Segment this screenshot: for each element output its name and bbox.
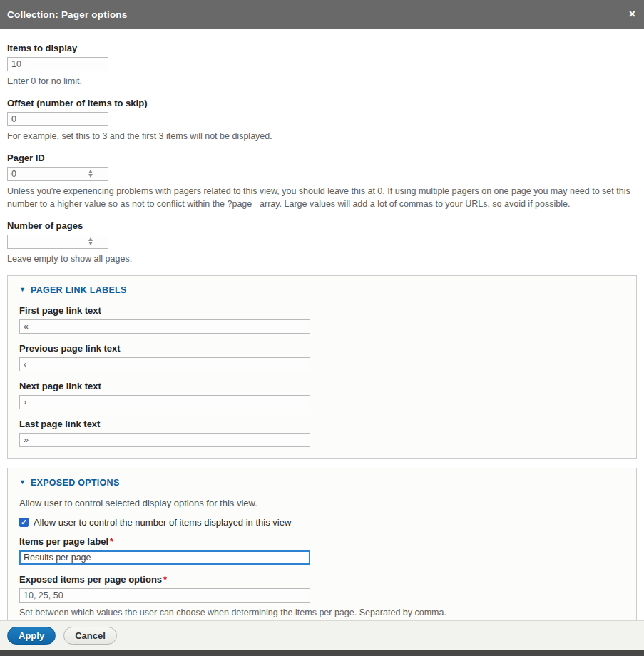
last-page-link-label: Last page link text xyxy=(19,419,625,429)
last-page-link-input[interactable] xyxy=(19,433,310,447)
text-cursor xyxy=(93,553,93,563)
cancel-button[interactable]: Cancel xyxy=(63,627,117,645)
previous-page-link-field: Previous page link text xyxy=(19,343,625,371)
offset-label: Offset (number of items to skip) xyxy=(7,98,637,108)
chevron-down-icon: ▼ xyxy=(19,479,26,486)
next-page-link-input[interactable] xyxy=(19,395,310,409)
first-page-link-field: First page link text xyxy=(19,305,625,334)
exposed-options-fieldset: ▼ EXPOSED OPTIONS Allow user to control … xyxy=(7,468,637,620)
dialog-footer: Apply Cancel xyxy=(0,620,644,650)
previous-page-link-label: Previous page link text xyxy=(19,343,625,354)
items-to-display-input[interactable] xyxy=(7,57,108,71)
number-of-pages-label: Number of pages xyxy=(7,220,637,231)
chevron-down-icon: ▼ xyxy=(19,287,26,293)
control-items-checkbox-row[interactable]: Allow user to control the number of item… xyxy=(19,517,625,528)
items-per-page-options-help: Set between which values the user can ch… xyxy=(19,606,625,620)
close-icon[interactable]: × xyxy=(629,9,635,20)
offset-help: For example, set this to 3 and the first… xyxy=(7,130,635,143)
label-text: Items per page label xyxy=(19,536,108,547)
legend-label: PAGER LINK LABELS xyxy=(31,285,127,295)
dialog-title: Collection: Pager options xyxy=(7,9,128,20)
pager-options-dialog: Collection: Pager options × Items to dis… xyxy=(0,0,644,656)
offset-field: Offset (number of items to skip) For exa… xyxy=(7,98,637,143)
items-per-page-options-label: Exposed items per page options* xyxy=(19,574,625,585)
first-page-link-input[interactable] xyxy=(19,319,310,334)
pager-id-help: Unless you're experiencing problems with… xyxy=(7,185,635,212)
label-text: Exposed items per page options xyxy=(19,574,162,585)
items-per-page-label-label: Items per page label* xyxy=(19,536,625,547)
control-items-checkbox-label: Allow user to control the number of item… xyxy=(34,517,291,528)
dialog-header: Collection: Pager options × xyxy=(0,0,644,29)
items-per-page-options-field: Exposed items per page options* Set betw… xyxy=(19,574,625,620)
items-to-display-field: Items to display Enter 0 for no limit. xyxy=(7,43,637,88)
items-per-page-label-input[interactable] xyxy=(19,550,310,565)
exposed-options-description: Allow user to control selected display o… xyxy=(19,498,625,508)
dialog-body: Items to display Enter 0 for no limit. O… xyxy=(0,29,644,620)
next-page-link-label: Next page link text xyxy=(19,381,625,391)
last-page-link-field: Last page link text xyxy=(19,419,625,447)
pager-id-field: Pager ID Unless you're experiencing prob… xyxy=(7,153,637,212)
exposed-options-legend[interactable]: ▼ EXPOSED OPTIONS xyxy=(19,478,625,488)
page-background-strip xyxy=(0,650,644,656)
number-spinner-icon[interactable] xyxy=(88,170,93,178)
pager-link-labels-legend[interactable]: ▼ PAGER LINK LABELS xyxy=(19,285,625,295)
required-asterisk: * xyxy=(163,574,167,585)
number-of-pages-help: Leave empty to show all pages. xyxy=(7,252,635,266)
control-items-checkbox[interactable] xyxy=(19,518,29,527)
next-page-link-field: Next page link text xyxy=(19,381,625,409)
offset-input[interactable] xyxy=(7,112,108,126)
items-per-page-label-field: Items per page label* xyxy=(19,536,625,565)
pager-id-label: Pager ID xyxy=(7,153,637,163)
items-per-page-options-input[interactable] xyxy=(19,588,310,603)
number-of-pages-field: Number of pages Leave empty to show all … xyxy=(7,220,637,266)
first-page-link-label: First page link text xyxy=(19,305,625,316)
items-to-display-label: Items to display xyxy=(7,43,637,53)
pager-link-labels-fieldset: ▼ PAGER LINK LABELS First page link text… xyxy=(7,275,637,459)
required-asterisk: * xyxy=(110,536,113,547)
number-spinner-icon[interactable] xyxy=(88,237,93,245)
previous-page-link-input[interactable] xyxy=(19,357,310,371)
legend-label: EXPOSED OPTIONS xyxy=(31,478,120,488)
apply-button[interactable]: Apply xyxy=(7,627,56,645)
items-to-display-help: Enter 0 for no limit. xyxy=(7,75,635,88)
